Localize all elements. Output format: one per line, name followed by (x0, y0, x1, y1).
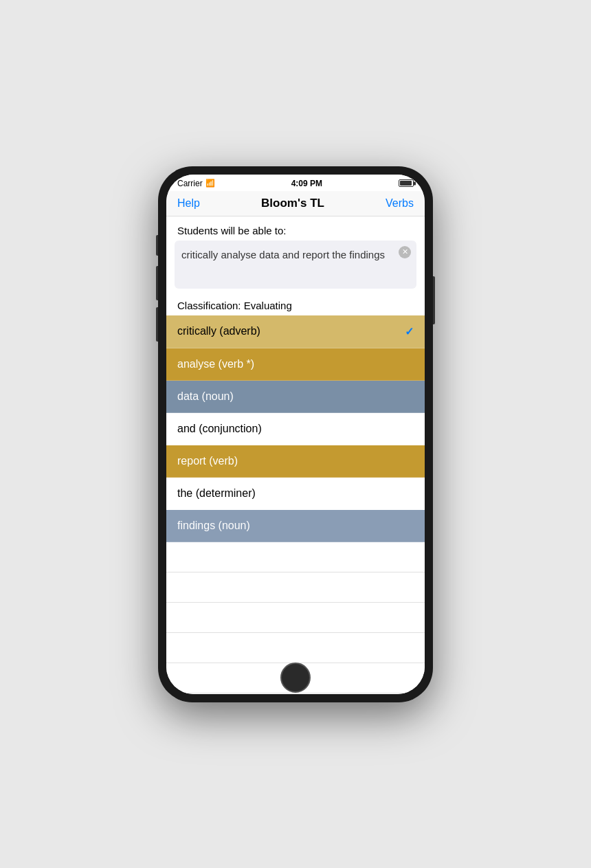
classification-label: Classification: Evaluating (166, 294, 425, 315)
empty-row-4 (166, 633, 425, 663)
content-area: Students will be able to: critically ana… (166, 216, 425, 694)
status-bar: Carrier 📶 4:09 PM (166, 175, 425, 191)
clear-button[interactable]: ✕ (399, 246, 411, 258)
word-text-the: the (determiner) (177, 487, 256, 500)
empty-row-1 (166, 542, 425, 572)
word-text-data: data (noun) (177, 390, 234, 403)
empty-row-2 (166, 572, 425, 603)
word-text-analyse: analyse (verb *) (177, 358, 254, 370)
phone-screen: Carrier 📶 4:09 PM Help Bloom's TL Verbs … (166, 175, 425, 694)
word-item-findings[interactable]: findings (noun) (166, 510, 425, 542)
input-text: critically analyse data and report the f… (181, 247, 396, 262)
word-text-critically: critically (adverb) (177, 325, 260, 337)
word-item-analyse[interactable]: analyse (verb *) (166, 348, 425, 381)
volume-mute-button[interactable] (156, 235, 158, 256)
word-item-data[interactable]: data (noun) (166, 381, 425, 413)
word-text-and: and (conjunction) (177, 423, 262, 435)
empty-row-3 (166, 603, 425, 633)
input-section-label: Students will be able to: (166, 216, 425, 241)
word-item-the[interactable]: the (determiner) (166, 478, 425, 510)
checkmark-icon: ✓ (405, 325, 414, 338)
nav-title: Bloom's TL (261, 197, 324, 210)
word-text-findings: findings (noun) (177, 520, 250, 532)
volume-down-button[interactable] (156, 307, 158, 342)
input-area[interactable]: critically analyse data and report the f… (175, 241, 416, 289)
status-right (399, 179, 414, 187)
verbs-button[interactable]: Verbs (386, 197, 414, 210)
wifi-icon: 📶 (205, 179, 215, 188)
word-item-critically[interactable]: critically (adverb) ✓ (166, 315, 425, 348)
volume-up-button[interactable] (156, 266, 158, 300)
help-button[interactable]: Help (177, 197, 200, 210)
word-item-and[interactable]: and (conjunction) (166, 413, 425, 445)
clock: 4:09 PM (291, 179, 322, 188)
carrier-label: Carrier (177, 179, 203, 188)
nav-bar: Help Bloom's TL Verbs (166, 191, 425, 216)
home-button[interactable] (280, 663, 311, 693)
phone-device: Carrier 📶 4:09 PM Help Bloom's TL Verbs … (158, 166, 433, 702)
status-left: Carrier 📶 (177, 179, 215, 188)
power-button[interactable] (433, 276, 435, 324)
battery-icon (399, 179, 414, 187)
word-text-report: report (verb) (177, 455, 238, 467)
word-item-report[interactable]: report (verb) (166, 445, 425, 478)
